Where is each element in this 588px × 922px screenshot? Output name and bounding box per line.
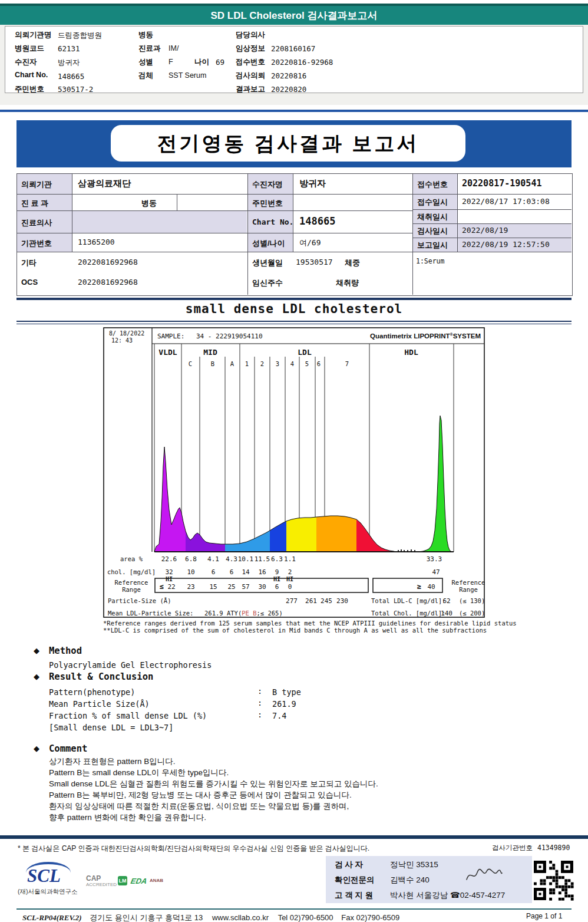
lab-tel: Tel 02)790-6500 — [278, 913, 333, 922]
hi-flag: HI — [166, 576, 173, 582]
total-chol-ref: (≤ 200) — [459, 610, 485, 617]
cell-label: 진료의사 — [21, 218, 52, 228]
row-label-particle: Particle-Size (Å) — [108, 597, 171, 604]
ref-value: 15 — [209, 583, 217, 591]
examiner-value: 정낙민 35315 — [390, 860, 438, 870]
particle-value: 261 — [305, 597, 317, 605]
cell-value: 삼광의료재단 — [78, 178, 131, 189]
field-value: 69 — [216, 58, 224, 67]
chol-value: 32 — [165, 568, 173, 576]
table-hline — [412, 223, 572, 224]
cell-label: 기관번호 — [21, 238, 52, 249]
chol-value: 47 — [432, 568, 440, 576]
cell-value: 병동 — [141, 198, 157, 209]
support-value: 박사현 서울강남 ☎02-457-4277 — [390, 890, 505, 901]
table-hline — [412, 209, 572, 210]
cell-label: 기타 — [21, 258, 37, 268]
table-vline — [293, 173, 293, 252]
cell-label: 검사일시 — [417, 226, 448, 236]
field-label: 병원코드 — [15, 44, 44, 54]
lab-report-page: SD LDL Cholesterol 검사결과보고서 의뢰기관명 드림종합병원 … — [0, 0, 588, 922]
report-title: SD LDL Cholesterol 검사결과보고서 — [210, 10, 377, 21]
result-key: Fraction % of small dense LDL (%) — [49, 711, 207, 720]
section-divider — [16, 321, 572, 322]
band-label-b: B — [211, 360, 214, 367]
cell-label: 채취일시 — [417, 212, 448, 222]
reviewer-value: 김백수 240 — [390, 875, 430, 885]
mean-value: 261.9 ATY( — [204, 610, 242, 617]
row-label-ref1: Reference — [115, 579, 148, 586]
field-value: 148665 — [58, 72, 84, 81]
table-vline — [177, 194, 177, 210]
area-value: 11.5 — [255, 555, 270, 563]
comment-line: 상기환자 표현형은 pattern B입니다. — [49, 756, 176, 768]
comment-line: Pattern B는 복부비만, 제2형 당뇨병 또는 대사 증후군 등에서 많… — [49, 789, 352, 801]
cell-value: 2022081692968 — [78, 258, 138, 266]
cap-badge-icon: CAP ACCREDITED ✓ — [86, 876, 122, 887]
sample-label: SAMPLE: — [157, 332, 184, 340]
area-value: 4.1 — [207, 555, 219, 563]
table-vline — [412, 173, 413, 295]
cell-label: 성별/나이 — [252, 238, 285, 249]
result-value: 261.9 — [272, 699, 296, 709]
brand-name: Quantimetrix LIPOPRINT — [370, 332, 450, 340]
result-value: 7.4 — [272, 711, 286, 720]
reviewer-label: 확인전문의 — [335, 875, 375, 885]
chol-value: 2 — [288, 568, 292, 576]
cell-value: 2022081692968 — [78, 278, 138, 287]
cell-value: 2022/08/17 17:03:08 — [462, 197, 550, 206]
total-ldl-value: 62 — [442, 597, 450, 605]
cell-label: OCS — [21, 278, 38, 287]
band-label-3: 3 — [276, 360, 279, 367]
area-value: 22.6 — [161, 555, 177, 563]
total-ldl-label: Total LDL-C [mg/dl]: — [371, 597, 445, 604]
field-label: 의뢰기관명 — [15, 30, 52, 40]
brand-text: Quantimetrix LIPOPRINT®SYSTEM — [370, 332, 481, 340]
field-label: 병동 — [138, 30, 153, 40]
col-header-mid: MID — [203, 348, 217, 357]
hi-flag: HI — [286, 576, 293, 582]
comment-line: 환자의 임상상태에 따른 적절한 치료(운동요법, 식이요법 또는 약물요법 등… — [49, 801, 349, 812]
cell-value: 148665 — [299, 215, 335, 227]
ref-le: ≤ — [159, 582, 163, 591]
lab-fax: Fax 02)790-6509 — [341, 913, 399, 922]
anab-badge-label: ANAB — [150, 878, 163, 883]
signature-icon — [465, 868, 503, 883]
row-label-mean: Mean LDL-Particle Size: — [108, 610, 193, 617]
field-value: 530517-2 — [58, 85, 93, 94]
cell-label: 임신주수 — [252, 278, 283, 288]
diamond-bullet-icon: ◆ — [34, 646, 39, 655]
certification-note: * 본 검사실은 CAP 인증과 대한진단검사의학회/진단검사의학재단의 우수검… — [18, 844, 369, 854]
lab-address: 경기도 용인시 기흥구 흥덕1로 13 — [90, 913, 203, 922]
field-value: 2208160167 — [271, 44, 315, 53]
sample-value: 34 - 222919054110 — [196, 332, 263, 340]
eda-badge-icon: EDA — [130, 877, 148, 885]
field-label: 진료과 — [138, 44, 161, 54]
table-hline — [412, 238, 572, 238]
field-value: SST Serum — [169, 71, 206, 80]
particle-value: 230 — [336, 597, 348, 605]
result-colon: : — [257, 698, 262, 707]
table-hline — [16, 210, 412, 211]
band-label-7: 7 — [345, 360, 349, 367]
cell-label: 진 료 과 — [21, 198, 48, 209]
chart-date: 8/ 18/2022 — [109, 330, 144, 337]
chol-value: 16 — [258, 568, 266, 576]
field-value: 20220816 — [271, 71, 306, 80]
cell-label: 접수번호 — [417, 179, 448, 190]
lm-badge-icon: LM — [118, 876, 127, 885]
cell-value: 20220817-190541 — [462, 178, 541, 189]
chol-value: 6 — [230, 568, 234, 576]
col-header-hdl: HDL — [404, 348, 418, 357]
ref-hdl-value: 40 — [427, 583, 435, 591]
field-value: 62131 — [58, 44, 80, 53]
form-number: SCL-RP04(REV.2) — [22, 913, 82, 922]
field-label: 검체 — [138, 71, 153, 81]
band-label-6: 6 — [317, 360, 321, 367]
comment-line: 향후 pattern 변화에 대한 확인을 권유합니다. — [49, 812, 206, 824]
table-hline — [412, 194, 572, 195]
method-body: Polyacrylamide Gel Electrophoresis — [49, 660, 212, 670]
col-header-ldl: LDL — [298, 348, 312, 357]
field-label: Chart No. — [15, 71, 48, 79]
table-hline — [16, 252, 572, 252]
